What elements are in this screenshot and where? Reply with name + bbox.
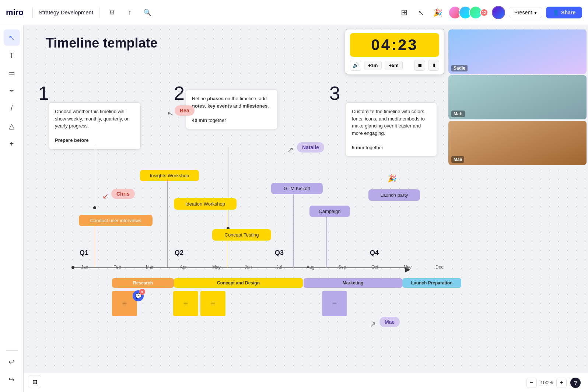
instruction-box-1: Choose whether this timeline will show w… (49, 102, 141, 150)
miro-logo: miro (6, 8, 24, 17)
line-tool[interactable]: / (4, 100, 20, 116)
celebration-btn[interactable]: 🎉 (431, 6, 445, 19)
video-panel-matt: Matt (448, 75, 587, 119)
month-jun: Jun (245, 265, 252, 270)
month-feb: Feb (113, 265, 121, 270)
grid-icon-btn[interactable]: ⊞ (398, 6, 411, 19)
month-oct: Oct (371, 265, 378, 270)
q3-label: Q3 (275, 249, 284, 257)
avatar-count: 12 (480, 8, 488, 17)
header-separator (32, 7, 33, 18)
redo-button[interactable]: ↪ (4, 371, 20, 388)
header: miro Strategy Development ⚙ ↑ 🔍 ⊞ ↖ 🎉 12… (0, 0, 588, 25)
month-jul: Jul (276, 265, 282, 270)
step-number-3: 3 (329, 82, 340, 104)
video-name-sadie: Sadie (451, 65, 468, 71)
instr1-text: Choose whether this timeline will show w… (55, 108, 134, 130)
video-panels: Sadie Matt Mae (448, 29, 587, 165)
phase-marketing: Marketing (304, 278, 402, 288)
event-launch-party[interactable]: Launch party (368, 189, 420, 201)
add-tool[interactable]: + (4, 136, 20, 152)
step-number-2: 2 (174, 82, 185, 104)
phase-launch-prep: Launch Preparation (402, 278, 461, 288)
month-aug: Aug (307, 265, 314, 270)
upload-button[interactable]: ↑ (123, 6, 136, 19)
instr2-time: 40 min together (192, 117, 272, 124)
chris-cursor-area: Chris ↙ (102, 191, 109, 200)
connector-line-1 (95, 145, 95, 207)
bottom-bar: − 100% + ? (24, 373, 588, 392)
vline-interviews (95, 224, 95, 267)
event-gtm-kickoff[interactable]: GTM Kickoff (271, 183, 323, 194)
mae-cursor-area: ↗ Mae (370, 320, 376, 329)
timeline-start-dot (71, 266, 74, 269)
event-concept-testing[interactable]: Concept Testing (212, 229, 271, 241)
undo-button[interactable]: ↩ (4, 354, 20, 370)
vline-gtm (293, 192, 294, 268)
video-feed-mae (448, 121, 587, 165)
bea-cursor-label: Bea (175, 105, 195, 116)
natalie-cursor-label: Natalie (297, 142, 324, 153)
mae-cursor-arrow: ↗ (370, 320, 376, 329)
present-button[interactable]: Present ▾ (509, 7, 542, 18)
board-title: Strategy Development (39, 9, 93, 15)
connector-line-2 (228, 147, 228, 228)
share-button[interactable]: 👤 Share (546, 7, 582, 18)
sticky-yellow-1[interactable] (173, 291, 198, 316)
note-tool[interactable]: ▭ (4, 65, 20, 81)
zoom-level: 100% (540, 380, 553, 385)
video-feed-sadie (448, 29, 587, 74)
instr3-time: 5 min together (352, 144, 431, 151)
video-name-matt: Matt (451, 111, 465, 117)
zoom-in-button[interactable]: + (556, 378, 567, 388)
bea-cursor-area: ↖ Bea (167, 109, 174, 118)
party-emoji: 🎉 (388, 174, 397, 183)
month-mar: Mar (146, 265, 154, 270)
month-apr: Apr (180, 265, 187, 270)
shape-tool[interactable]: △ (4, 118, 20, 134)
vline-insights (167, 179, 168, 267)
phase-concept-design: Concept and Design (174, 278, 303, 288)
event-conduct-interviews[interactable]: Conduct user interviews (79, 215, 153, 226)
month-nov: Nov (404, 265, 412, 270)
month-dec: Dec (435, 265, 443, 270)
select-tool[interactable]: ↖ (4, 29, 20, 46)
video-panel-mae: Mae (448, 121, 587, 165)
vline-campaign (326, 215, 327, 268)
search-button[interactable]: 🔍 (141, 6, 154, 19)
video-feed-matt (448, 75, 587, 119)
vline-ideation (227, 207, 227, 268)
help-button[interactable]: ? (570, 378, 581, 388)
sticky-purple-1[interactable] (322, 291, 347, 316)
chris-cursor-arrow: ↙ (102, 192, 109, 200)
q1-label: Q1 (80, 249, 88, 257)
canvas-content: Timeline template 1 2 3 Choose whether t… (24, 25, 447, 392)
cursor-mode-btn[interactable]: ↖ (414, 6, 428, 19)
bea-cursor-arrow: ↖ (166, 108, 175, 119)
event-campaign[interactable]: Campaign (309, 206, 350, 217)
text-tool[interactable]: T (4, 47, 20, 63)
zoom-out-button[interactable]: − (526, 378, 537, 388)
instr2-text: Refine phases on the timeline, add notes… (192, 95, 272, 109)
panel-toggle-button[interactable]: ⊞ (28, 375, 41, 388)
pen-tool[interactable]: ✒ (4, 83, 20, 99)
month-sep: Sep (338, 265, 346, 270)
natalie-cursor-area: ↗ Natalie (287, 145, 294, 154)
canvas-title: Timeline template (46, 35, 157, 51)
instr3-text: Customize the timeline with colors, font… (352, 108, 431, 137)
month-jan: Jan (81, 265, 88, 270)
instruction-box-2: Refine phases on the timeline, add notes… (186, 90, 278, 129)
share-label: Share (561, 10, 575, 15)
comment-bubble[interactable]: 💬 6 (133, 290, 144, 301)
month-may: May (212, 265, 221, 270)
share-icon: 👤 (553, 10, 559, 15)
step-number-1: 1 (38, 82, 49, 104)
sticky-yellow-2[interactable] (200, 291, 225, 316)
timeline-axis (71, 267, 410, 268)
canvas: 04:23 🔊 +1m +5m ⏹ ⏸ Sadie Matt Mae Timel… (24, 25, 588, 392)
settings-button[interactable]: ⚙ (105, 6, 119, 19)
video-panel-sadie: Sadie (448, 29, 587, 74)
event-insights-workshop[interactable]: Insights Workshop (140, 170, 199, 181)
phase-research: Research (112, 278, 174, 288)
toolbar-separator (6, 350, 18, 351)
